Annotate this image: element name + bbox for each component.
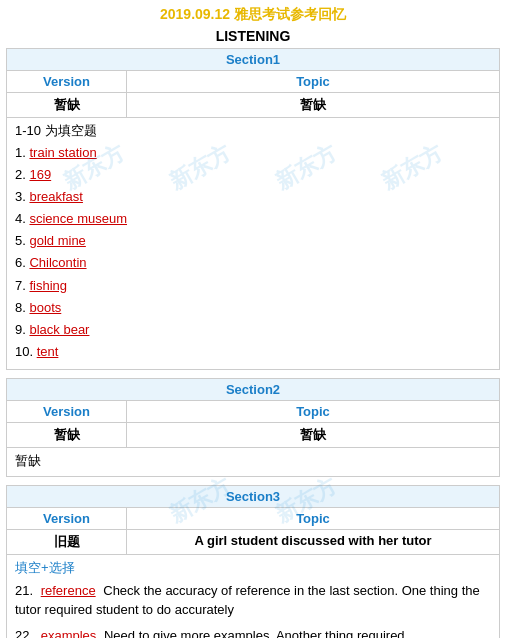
section1-topic-value: 暂缺 (127, 93, 499, 117)
section2-placeholder: 暂缺 (15, 452, 491, 470)
qa-num-21: 21. (15, 583, 33, 598)
list-item: 6. Chilcontin (15, 252, 491, 274)
section1-label-row: Version Topic (7, 71, 499, 93)
item-num: 1. (15, 145, 29, 160)
item-link[interactable]: Chilcontin (29, 255, 86, 270)
qa-link-22[interactable]: examples (41, 628, 97, 638)
section2-content: 暂缺 (7, 448, 499, 476)
section3-content: 填空+选择 21. reference Check the accuracy o… (7, 555, 499, 638)
section3-label-row: Version Topic (7, 508, 499, 530)
qa-item-21: 21. reference Check the accuracy of refe… (15, 581, 491, 620)
items-title: 1-10 为填空题 (15, 122, 491, 140)
item-num: 10. (15, 344, 37, 359)
section3-topic-label: Topic (127, 508, 499, 529)
page-title: 2019.09.12 雅思考试参考回忆 (0, 0, 506, 26)
item-num: 5. (15, 233, 29, 248)
qa-link-21[interactable]: reference (41, 583, 96, 598)
list-item: 2. 169 (15, 164, 491, 186)
section3-header: Section3 (7, 486, 499, 508)
item-link[interactable]: tent (37, 344, 59, 359)
item-num: 9. (15, 322, 29, 337)
section3-version-value: 旧题 (7, 530, 127, 554)
section3-block: Section3 Version Topic 旧题 A girl student… (6, 485, 500, 638)
section1-topic-label: Topic (127, 71, 499, 92)
section2-block: Section2 Version Topic 暂缺 暂缺 暂缺 (6, 378, 500, 477)
qa-num-22: 22. (15, 628, 33, 638)
item-link[interactable]: breakfast (29, 189, 82, 204)
section2-version-value: 暂缺 (7, 423, 127, 447)
item-link[interactable]: fishing (29, 278, 67, 293)
item-num: 8. (15, 300, 29, 315)
list-item: 4. science museum (15, 208, 491, 230)
section1-content: 1-10 为填空题 1. train station 2. 169 3. bre… (7, 118, 499, 369)
section2-value-row: 暂缺 暂缺 (7, 423, 499, 448)
fill-choose-label: 填空+选择 (15, 559, 491, 577)
qa-item-22: 22. examples Need to give more examples.… (15, 626, 491, 638)
section2-topic-label: Topic (127, 401, 499, 422)
item-num: 3. (15, 189, 29, 204)
list-item: 7. fishing (15, 275, 491, 297)
item-num: 6. (15, 255, 29, 270)
item-link[interactable]: black bear (29, 322, 89, 337)
section1-header: Section1 (7, 49, 499, 71)
section3-value-row: 旧题 A girl student discussed with her tut… (7, 530, 499, 555)
list-item: 5. gold mine (15, 230, 491, 252)
section2-topic-value: 暂缺 (127, 423, 499, 447)
item-link[interactable]: 169 (29, 167, 51, 182)
section2-label-row: Version Topic (7, 401, 499, 423)
section1-block: Section1 Version Topic 暂缺 暂缺 1-10 为填空题 1… (6, 48, 500, 370)
list-item: 8. boots (15, 297, 491, 319)
list-item: 3. breakfast (15, 186, 491, 208)
item-link[interactable]: boots (29, 300, 61, 315)
section3-version-label: Version (7, 508, 127, 529)
item-link[interactable]: train station (29, 145, 96, 160)
qa-text-22: Need to give more examples. Another thin… (104, 628, 405, 638)
item-num: 4. (15, 211, 29, 226)
section3-topic-value: A girl student discussed with her tutor (127, 530, 499, 554)
item-num: 7. (15, 278, 29, 293)
items-list: 1. train station 2. 169 3. breakfast 4. … (15, 142, 491, 363)
list-item: 9. black bear (15, 319, 491, 341)
section1-version-value: 暂缺 (7, 93, 127, 117)
list-item: 1. train station (15, 142, 491, 164)
item-link[interactable]: gold mine (29, 233, 85, 248)
list-item: 10. tent (15, 341, 491, 363)
item-num: 2. (15, 167, 29, 182)
section1-version-label: Version (7, 71, 127, 92)
section2-header: Section2 (7, 379, 499, 401)
section1-value-row: 暂缺 暂缺 (7, 93, 499, 118)
listening-subtitle: LISTENING (0, 26, 506, 48)
section2-version-label: Version (7, 401, 127, 422)
item-link[interactable]: science museum (29, 211, 127, 226)
